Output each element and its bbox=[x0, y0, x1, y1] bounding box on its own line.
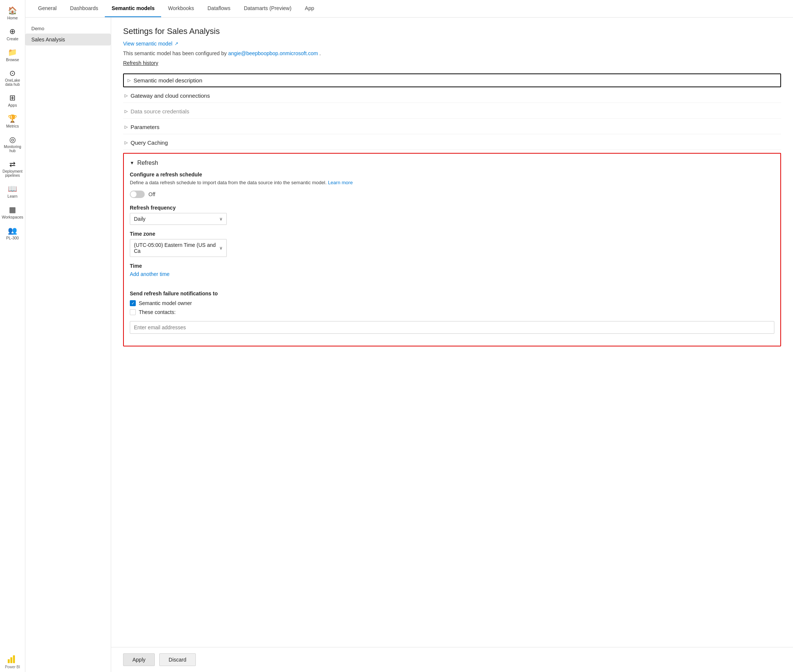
tab-semantic-models[interactable]: Semantic models bbox=[105, 0, 161, 17]
view-semantic-model-link[interactable]: View semantic model bbox=[123, 41, 172, 46]
accordion-header-parameters[interactable]: ▷ Parameters bbox=[123, 120, 781, 134]
top-tabs: General Dashboards Semantic models Workb… bbox=[26, 0, 793, 18]
deployment-icon: ⇄ bbox=[9, 160, 16, 168]
time-label: Time bbox=[130, 263, 774, 269]
tab-general[interactable]: General bbox=[31, 0, 63, 17]
semantic-model-owner-label: Semantic model owner bbox=[139, 300, 192, 306]
view-link-row: View semantic model ↗ bbox=[123, 41, 781, 46]
metrics-icon: 🏆 bbox=[8, 115, 17, 122]
these-contacts-label: These contacts: bbox=[139, 309, 176, 315]
timezone-field-group: Time zone (UTC-05:00) Eastern Time (US a… bbox=[130, 231, 774, 257]
sidebar-item-browse[interactable]: 📁 Browse bbox=[2, 45, 24, 65]
accordion-header-gateway[interactable]: ▷ Gateway and cloud connections bbox=[123, 89, 781, 103]
workspace-item-sales-analysis[interactable]: Sales Analysis bbox=[26, 34, 111, 45]
main-area: General Dashboards Semantic models Workb… bbox=[26, 0, 793, 672]
sidebar: 🏠 Home ⊕ Create 📁 Browse ⊙ OneLake data … bbox=[0, 0, 26, 672]
refresh-toggle[interactable] bbox=[130, 190, 145, 198]
chevron-down-frequency-icon: ∨ bbox=[219, 216, 223, 221]
tab-workbooks[interactable]: Workbooks bbox=[161, 0, 201, 17]
settings-title: Settings for Sales Analysis bbox=[123, 27, 781, 36]
toggle-knob bbox=[131, 191, 136, 197]
timezone-select[interactable]: (UTC-05:00) Eastern Time (US and Ca ∨ bbox=[130, 239, 227, 257]
svg-rect-1 bbox=[10, 658, 12, 663]
frequency-field-group: Refresh frequency Daily ∨ bbox=[130, 205, 774, 225]
sidebar-item-apps[interactable]: ⊞ Apps bbox=[2, 91, 24, 110]
learn-more-link[interactable]: Learn more bbox=[328, 180, 352, 186]
these-contacts-row: These contacts: bbox=[130, 309, 774, 315]
external-link-icon: ↗ bbox=[175, 41, 178, 46]
monitoring-icon: ◎ bbox=[9, 136, 16, 143]
accordion-gateway: ▷ Gateway and cloud connections bbox=[123, 89, 781, 103]
accordion-header-datasource[interactable]: ▷ Data source credentials bbox=[123, 104, 781, 118]
powerbi-label: Power BI bbox=[5, 665, 20, 669]
frequency-label: Refresh frequency bbox=[130, 205, 774, 211]
sidebar-item-metrics[interactable]: 🏆 Metrics bbox=[2, 112, 24, 131]
configure-refresh-label: Configure a refresh schedule bbox=[130, 171, 774, 178]
browse-icon: 📁 bbox=[8, 48, 17, 56]
sidebar-item-monitoring[interactable]: ◎ Monitoring hub bbox=[2, 133, 24, 156]
workspace-label: Demo bbox=[26, 24, 111, 34]
time-field-group: Time Add another time bbox=[130, 263, 774, 285]
right-panel: Settings for Sales Analysis View semanti… bbox=[111, 18, 793, 647]
sidebar-item-create[interactable]: ⊕ Create bbox=[2, 25, 24, 44]
chevron-description-icon: ▷ bbox=[128, 78, 131, 83]
notifications-label: Send refresh failure notifications to bbox=[130, 291, 774, 296]
home-icon: 🏠 bbox=[8, 7, 17, 14]
chevron-parameters-icon: ▷ bbox=[125, 125, 128, 130]
notifications-field-group: Send refresh failure notifications to Se… bbox=[130, 291, 774, 334]
tab-dataflows[interactable]: Dataflows bbox=[201, 0, 237, 17]
chevron-query-caching-icon: ▷ bbox=[125, 140, 128, 145]
chevron-gateway-icon: ▷ bbox=[125, 93, 128, 98]
add-another-time-link[interactable]: Add another time bbox=[130, 271, 170, 277]
accordion-parameters: ▷ Parameters bbox=[123, 120, 781, 134]
accordion-description: ▷ Semantic model description bbox=[123, 74, 781, 87]
frequency-select[interactable]: Daily ∨ bbox=[130, 213, 227, 225]
tab-datamarts[interactable]: Datamarts (Preview) bbox=[237, 0, 298, 17]
left-panel: Demo Sales Analysis bbox=[26, 18, 111, 672]
svg-rect-2 bbox=[13, 655, 15, 663]
chevron-refresh-icon: ▼ bbox=[130, 160, 134, 166]
config-email-link[interactable]: angie@beepboopbop.onmicrosoft.com bbox=[228, 50, 318, 56]
timezone-label: Time zone bbox=[130, 231, 774, 237]
configure-refresh-desc: Define a data refresh schedule to import… bbox=[130, 180, 774, 186]
apps-icon: ⊞ bbox=[9, 94, 16, 101]
create-icon: ⊕ bbox=[9, 27, 16, 35]
bottom-bar: Apply Discard bbox=[111, 647, 793, 672]
pl300-icon: 👥 bbox=[8, 227, 17, 234]
refresh-section-header[interactable]: ▼ Refresh bbox=[130, 160, 774, 166]
sidebar-item-deployment[interactable]: ⇄ Deployment pipelines bbox=[2, 157, 24, 181]
apply-button[interactable]: Apply bbox=[123, 653, 155, 666]
discard-button[interactable]: Discard bbox=[159, 653, 195, 666]
sidebar-item-workspaces[interactable]: ▦ Workspaces bbox=[2, 203, 24, 222]
sidebar-item-onelake[interactable]: ⊙ OneLake data hub bbox=[2, 66, 24, 90]
accordion-header-query-caching[interactable]: ▷ Query Caching bbox=[123, 136, 781, 150]
accordion-datasource: ▷ Data source credentials bbox=[123, 104, 781, 118]
semantic-owner-row: Semantic model owner bbox=[130, 300, 774, 306]
powerbi-logo bbox=[7, 653, 18, 665]
tab-app[interactable]: App bbox=[298, 0, 321, 17]
chevron-datasource-icon: ▷ bbox=[125, 109, 128, 114]
content-area: Demo Sales Analysis Settings for Sales A… bbox=[26, 18, 793, 672]
accordion-query-caching: ▷ Query Caching bbox=[123, 136, 781, 150]
these-contacts-checkbox[interactable] bbox=[130, 309, 136, 315]
onelake-icon: ⊙ bbox=[9, 69, 16, 77]
workspaces-icon: ▦ bbox=[9, 206, 16, 213]
sidebar-item-home[interactable]: 🏠 Home bbox=[2, 4, 24, 23]
config-description: This semantic model has been configured … bbox=[123, 50, 781, 56]
sidebar-item-learn[interactable]: 📖 Learn bbox=[2, 182, 24, 202]
semantic-model-owner-checkbox[interactable] bbox=[130, 300, 136, 306]
accordion-header-description[interactable]: ▷ Semantic model description bbox=[123, 74, 781, 87]
learn-icon: 📖 bbox=[8, 185, 17, 192]
tab-dashboards[interactable]: Dashboards bbox=[63, 0, 105, 17]
svg-rect-0 bbox=[8, 659, 10, 663]
refresh-section: ▼ Refresh Configure a refresh schedule D… bbox=[123, 153, 781, 346]
sidebar-item-pl300[interactable]: 👥 PL-300 bbox=[2, 224, 24, 243]
email-addresses-input[interactable] bbox=[130, 321, 774, 334]
refresh-history-link[interactable]: Refresh history bbox=[123, 60, 158, 66]
toggle-row: Off bbox=[130, 190, 774, 198]
chevron-down-timezone-icon: ∨ bbox=[219, 245, 223, 251]
toggle-label: Off bbox=[149, 191, 155, 197]
